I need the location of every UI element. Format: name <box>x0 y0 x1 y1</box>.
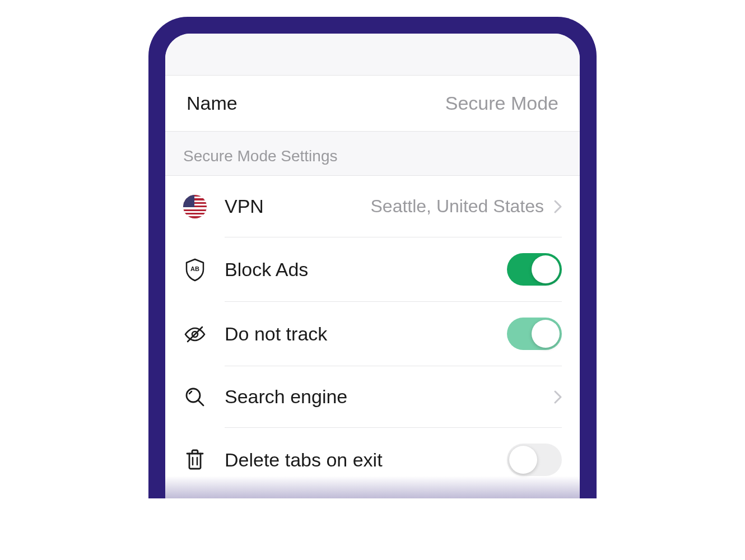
eye-slash-icon <box>183 323 207 346</box>
chevron-right-icon <box>554 390 562 404</box>
us-flag-icon <box>183 195 207 218</box>
setting-row-delete-tabs: Delete tabs on exit <box>165 428 580 492</box>
svg-line-4 <box>198 400 203 405</box>
setting-row-block-ads: AB Block Ads <box>165 237 580 302</box>
setting-row-vpn[interactable]: VPN Seattle, United States <box>165 176 580 237</box>
trash-icon <box>183 448 207 472</box>
do-not-track-label: Do not track <box>225 323 327 345</box>
status-bar <box>165 34 580 76</box>
shield-ab-icon: AB <box>183 258 207 282</box>
do-not-track-toggle[interactable] <box>507 318 562 350</box>
section-header-text: Secure Mode Settings <box>183 147 338 165</box>
svg-line-5 <box>189 391 192 394</box>
block-ads-label: Block Ads <box>225 259 308 281</box>
delete-tabs-label: Delete tabs on exit <box>225 449 383 471</box>
chevron-right-icon <box>554 200 562 213</box>
search-engine-label: Search engine <box>225 386 347 408</box>
phone-frame: Name Secure Mode Secure Mode Settings VP… <box>148 17 597 498</box>
block-ads-toggle[interactable] <box>507 253 562 286</box>
phone-screen: Name Secure Mode Secure Mode Settings VP… <box>165 34 580 498</box>
vpn-value: Seattle, United States <box>370 196 544 217</box>
name-label: Name <box>187 92 238 114</box>
svg-text:AB: AB <box>190 265 199 272</box>
name-row[interactable]: Name Secure Mode <box>165 76 580 132</box>
setting-row-search-engine[interactable]: Search engine <box>165 366 580 428</box>
vpn-label: VPN <box>225 195 264 217</box>
section-header: Secure Mode Settings <box>165 132 580 176</box>
settings-list: VPN Seattle, United States <box>165 176 580 492</box>
name-value: Secure Mode <box>445 92 558 114</box>
setting-row-do-not-track: Do not track <box>165 302 580 366</box>
delete-tabs-toggle[interactable] <box>507 444 562 476</box>
magnifier-icon <box>183 385 207 409</box>
